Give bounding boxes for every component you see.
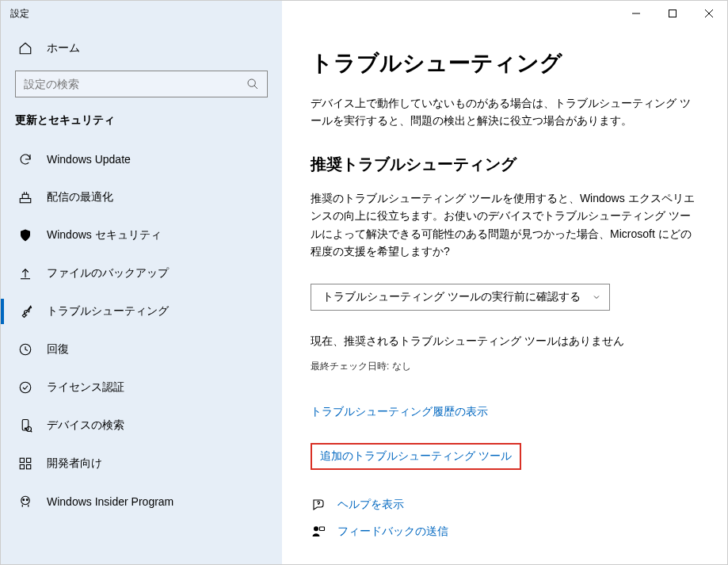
page-heading: トラブルシューティング (311, 48, 699, 78)
maximize-button[interactable] (654, 1, 691, 26)
sidebar-item-label: 開発者向け (47, 456, 102, 471)
svg-point-12 (20, 382, 31, 393)
svg-rect-19 (20, 465, 24, 469)
search-input[interactable] (24, 78, 246, 90)
svg-point-27 (314, 527, 318, 532)
sidebar-item-label: 配信の最適化 (47, 190, 113, 204)
svg-rect-28 (320, 527, 325, 531)
sidebar-item-label: トラブルシューティング (47, 304, 169, 319)
check-circle-icon (18, 380, 32, 395)
sidebar-item-developer[interactable]: 開発者向け (1, 445, 282, 483)
sidebar-item-recovery[interactable]: 回復 (1, 330, 282, 368)
home-icon (18, 41, 32, 55)
recovery-icon (18, 342, 32, 357)
section-heading: 推奨トラブルシューティング (311, 154, 699, 175)
sidebar-item-backup[interactable]: ファイルのバックアップ (1, 254, 282, 292)
developer-icon (18, 456, 32, 471)
sidebar-home[interactable]: ホーム (1, 32, 282, 64)
intro-text: デバイス上で動作していないものがある場合は、トラブルシューティング ツールを実行… (311, 94, 699, 130)
svg-point-15 (27, 427, 32, 432)
insider-icon (18, 494, 32, 509)
link-additional-tools[interactable]: 追加のトラブルシューティング ツール (311, 443, 521, 470)
svg-point-21 (21, 496, 30, 505)
search-icon (246, 78, 259, 90)
svg-line-5 (254, 86, 257, 89)
sidebar-item-security[interactable]: Windows セキュリティ (1, 216, 282, 254)
svg-rect-18 (27, 458, 31, 462)
delivery-icon (18, 190, 32, 204)
close-button[interactable] (691, 1, 727, 26)
wrench-icon (18, 304, 32, 319)
app-title: 設定 (1, 7, 29, 21)
status-text: 現在、推奨されるトラブルシューティング ツールはありません (311, 334, 699, 349)
sidebar-item-label: Windows Insider Program (47, 495, 173, 508)
svg-rect-7 (22, 194, 29, 198)
svg-line-16 (31, 431, 32, 433)
shield-icon (18, 228, 32, 242)
sidebar-item-label: Windows セキュリティ (47, 228, 162, 242)
backup-icon (18, 266, 32, 281)
find-device-icon (18, 418, 32, 433)
sidebar-item-activation[interactable]: ライセンス認証 (1, 368, 282, 407)
search-box[interactable] (15, 71, 268, 97)
sidebar-item-troubleshoot[interactable]: トラブルシューティング (1, 292, 282, 330)
feedback-link[interactable]: フィードバックの送信 (311, 524, 699, 540)
svg-point-23 (26, 499, 28, 501)
sidebar-item-windows-update[interactable]: Windows Update (1, 140, 282, 178)
sidebar-home-label: ホーム (47, 41, 80, 55)
content-pane: トラブルシューティング デバイス上で動作していないものがある場合は、トラブルシュ… (282, 26, 727, 564)
sidebar-item-find-device[interactable]: デバイスの検索 (1, 407, 282, 445)
section-body: 推奨のトラブルシューティング ツールを使用すると、Windows エクスペリエン… (311, 189, 699, 261)
svg-point-14 (25, 428, 26, 429)
sidebar-item-label: Windows Update (47, 153, 131, 166)
sidebar: ホーム 更新とセキュリティ Windows Update 配信の最適化 (1, 26, 282, 564)
help-label: ヘルプを表示 (337, 498, 404, 512)
sidebar-item-delivery-optimization[interactable]: 配信の最適化 (1, 178, 282, 216)
sync-icon (18, 152, 32, 166)
feedback-label: フィードバックの送信 (337, 525, 448, 539)
svg-point-22 (23, 499, 25, 501)
window-controls (618, 1, 727, 26)
svg-rect-6 (20, 199, 31, 203)
last-checked-text: 最終チェック日時: なし (311, 360, 699, 373)
svg-rect-20 (27, 465, 31, 469)
title-bar: 設定 (1, 1, 727, 26)
svg-point-4 (248, 79, 255, 86)
link-history[interactable]: トラブルシューティング履歴の表示 (311, 405, 488, 419)
sidebar-category: 更新とセキュリティ (1, 109, 282, 140)
chevron-down-icon (592, 292, 601, 302)
sidebar-item-label: デバイスの検索 (47, 418, 124, 433)
sidebar-item-label: ファイルのバックアップ (47, 266, 169, 281)
recommendation-dropdown[interactable]: トラブルシューティング ツールの実行前に確認する (311, 284, 610, 311)
minimize-button[interactable] (618, 1, 654, 26)
help-link[interactable]: ヘルプを表示 (311, 497, 699, 513)
sidebar-item-insider[interactable]: Windows Insider Program (1, 483, 282, 521)
svg-rect-17 (20, 458, 24, 462)
sidebar-item-label: ライセンス認証 (47, 380, 124, 395)
feedback-icon (311, 524, 326, 540)
dropdown-value: トラブルシューティング ツールの実行前に確認する (322, 290, 581, 304)
sidebar-item-label: 回復 (47, 342, 69, 357)
svg-rect-1 (669, 10, 677, 17)
help-icon (311, 497, 326, 513)
